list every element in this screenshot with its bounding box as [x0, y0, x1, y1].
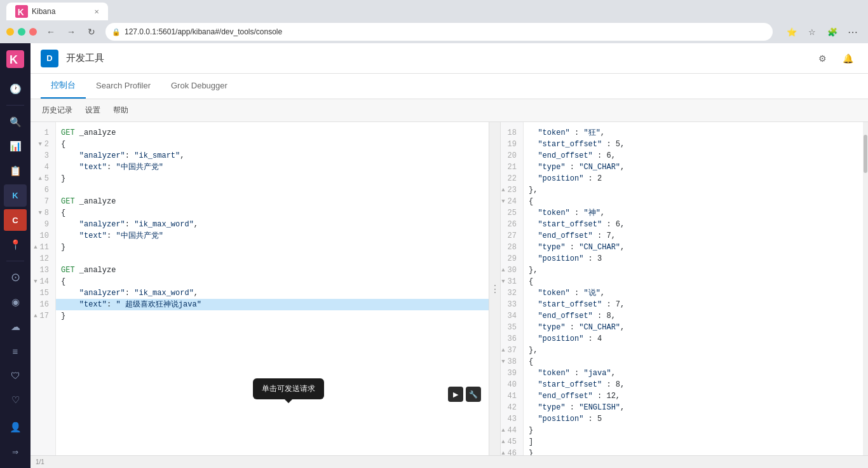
profile-icon[interactable]: ⭐: [783, 23, 801, 41]
ln-1: 1: [31, 127, 51, 139]
res-37: },: [524, 345, 863, 356]
tooltip: 单击可发送请求: [253, 378, 324, 399]
res-23: },: [524, 184, 863, 196]
sidebar-divider-2: [6, 261, 24, 261]
tab-grok-debugger-label: Grok Debugger: [171, 81, 227, 90]
sidebar-item-spaces[interactable]: ⇒: [4, 441, 27, 463]
dev-tools-logo: D: [41, 50, 58, 67]
refresh-button[interactable]: ↻: [83, 23, 100, 41]
run-icon-btn[interactable]: ▶: [448, 387, 463, 402]
app-logo-icon: K: [4, 48, 27, 71]
sidebar-item-dashboard[interactable]: 📋: [4, 160, 27, 182]
res-34: "end_offset" : 8,: [524, 310, 863, 322]
rln-19: 19: [501, 139, 519, 150]
line-numbers: 1 ▼2 3 4 ▲5 6 7 ▼8 9 10 ▲11 12 13 ▼14 15…: [31, 122, 56, 455]
sidebar-item-apm[interactable]: ◉: [4, 291, 27, 313]
wrench-icon-btn[interactable]: 🔧: [466, 387, 481, 402]
rln-37: ▲37: [501, 345, 519, 356]
res-36: "position" : 4: [524, 333, 863, 345]
res-43: "position" : 5: [524, 413, 863, 425]
res-20: "end_offset" : 6,: [524, 150, 863, 162]
sidebar-item-logs[interactable]: ≡: [4, 340, 27, 362]
svg-text:K: K: [10, 53, 18, 66]
settings-button[interactable]: 设置: [84, 102, 102, 118]
app-header: D 开发工具 ⚙ 🔔: [31, 43, 868, 74]
editor-toolbar: 历史记录 设置 帮助: [31, 99, 868, 122]
ln-10: 10: [31, 230, 51, 242]
sidebar-item-uptime[interactable]: ♡: [4, 389, 27, 411]
tab-search-profiler-label: Search Profiler: [96, 81, 151, 90]
sidebar-item-maps[interactable]: 📍: [4, 233, 27, 256]
code-line-7: GET _analyze: [56, 196, 500, 207]
ln-15: 15: [31, 287, 51, 299]
app-container: K 🕐 🔍 📊 📋 K C 📍 ⊙ ◉ ☁ ≡ 🛡 ♡ 👤 ⇒ D 开发工具 ⚙: [0, 43, 868, 468]
tab-close-btn[interactable]: ✕: [94, 8, 99, 15]
ln-2: ▼2: [31, 139, 51, 150]
res-30: },: [524, 265, 863, 276]
close-button[interactable]: [29, 28, 37, 36]
sidebar-item-user[interactable]: 👤: [4, 416, 27, 439]
code-line-6: [56, 184, 500, 196]
tab-search-profiler[interactable]: Search Profiler: [86, 73, 161, 99]
res-40: "start_offset" : 8,: [524, 379, 863, 390]
rln-34: 34: [501, 310, 519, 322]
browser-tab[interactable]: K Kibana ✕: [6, 3, 108, 20]
kibana-favicon: K: [15, 5, 28, 18]
minimize-button[interactable]: [6, 28, 14, 36]
rln-32: 32: [501, 287, 519, 299]
rln-18: 18: [501, 127, 519, 139]
history-button[interactable]: 历史记录: [41, 102, 74, 118]
sidebar-item-siem[interactable]: 🛡: [4, 364, 27, 387]
rln-35: 35: [501, 322, 519, 333]
tab-console[interactable]: 控制台: [41, 73, 86, 99]
sidebar-item-canvas[interactable]: C: [4, 209, 27, 231]
main-content: D 开发工具 ⚙ 🔔 控制台 Search Profiler Grok Debu…: [31, 43, 868, 468]
code-line-11: }: [56, 242, 500, 253]
result-content: "token" : "狂", "start_offset" : 5, "end_…: [524, 122, 863, 455]
sidebar-item-discover[interactable]: 🔍: [4, 111, 27, 133]
ln-8: ▼8: [31, 207, 51, 219]
sidebar: K 🕐 🔍 📊 📋 K C 📍 ⊙ ◉ ☁ ≡ 🛡 ♡ 👤 ⇒: [0, 43, 31, 468]
lock-icon: 🔒: [112, 28, 121, 36]
result-line-numbers: 18 19 20 21 22 ▲23 ▼24 25 26 27 28 29 ▲3…: [501, 122, 524, 455]
sidebar-item-kibana[interactable]: K: [4, 184, 27, 207]
back-button[interactable]: ←: [42, 23, 60, 41]
app-logo-letter: D: [46, 53, 52, 63]
code-line-10: "text": "中国共产党": [56, 230, 500, 242]
sidebar-item-infra[interactable]: ☁: [4, 315, 27, 338]
res-41: "end_offset" : 12,: [524, 390, 863, 402]
gutter-expand-icon[interactable]: ⋮: [490, 283, 500, 295]
rln-36: 36: [501, 333, 519, 345]
ln-13: 13: [31, 265, 51, 276]
bookmark-icon[interactable]: ☆: [803, 23, 821, 41]
menu-icon[interactable]: ⋯: [844, 23, 862, 41]
sidebar-item-visualize[interactable]: 📊: [4, 135, 27, 158]
ln-5: ▲5: [31, 173, 51, 184]
res-46: }: [524, 448, 863, 455]
maximize-button[interactable]: [18, 28, 25, 36]
ln-9: 9: [31, 219, 51, 230]
sidebar-item-github[interactable]: ⊙: [4, 266, 27, 289]
res-19: "start_offset" : 5,: [524, 139, 863, 150]
code-line-12: [56, 253, 500, 265]
rln-21: 21: [501, 162, 519, 173]
code-line-17: }: [56, 310, 500, 322]
res-45: ]: [524, 436, 863, 448]
code-line-9: "analyzer": "ik_max_word",: [56, 219, 500, 230]
help-button[interactable]: 帮助: [112, 102, 130, 118]
extensions-icon[interactable]: 🧩: [824, 23, 841, 41]
tab-grok-debugger[interactable]: Grok Debugger: [161, 73, 238, 99]
forward-button[interactable]: →: [62, 23, 80, 41]
address-bar[interactable]: 🔒 127.0.0.1:5601/app/kibana#/dev_tools/c…: [105, 23, 773, 41]
code-editor[interactable]: 1 ▼2 3 4 ▲5 6 7 ▼8 9 10 ▲11 12 13 ▼14 15…: [31, 122, 501, 455]
tab-title: Kibana: [32, 7, 55, 16]
sidebar-item-clock[interactable]: 🕐: [4, 78, 27, 100]
header-notification-icon[interactable]: 🔔: [837, 48, 858, 69]
sidebar-divider-1: [6, 105, 24, 106]
scroll-thumb[interactable]: [864, 135, 867, 173]
header-right: ⚙ 🔔: [812, 48, 858, 69]
header-settings-icon[interactable]: ⚙: [812, 48, 832, 69]
scroll-track[interactable]: [863, 122, 868, 455]
code-content[interactable]: GET _analyze { "analyzer": "ik_smart", "…: [56, 122, 500, 455]
ln-12: 12: [31, 253, 51, 265]
